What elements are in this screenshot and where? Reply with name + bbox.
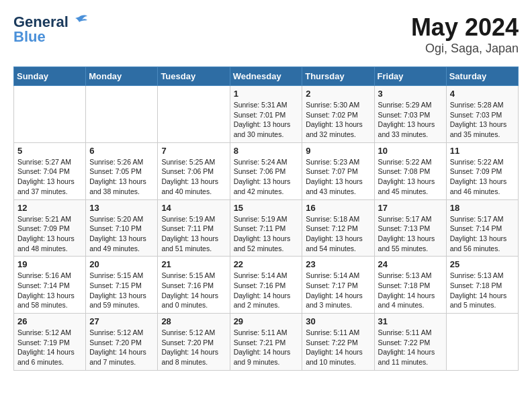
calendar-cell [14, 86, 86, 143]
calendar-cell: 6Sunrise: 5:26 AM Sunset: 7:05 PM Daylig… [86, 142, 158, 199]
calendar-cell: 5Sunrise: 5:27 AM Sunset: 7:04 PM Daylig… [14, 142, 86, 199]
day-number: 11 [450, 146, 515, 156]
calendar-cell: 28Sunrise: 5:12 AM Sunset: 7:20 PM Dayli… [158, 314, 230, 371]
calendar-cell: 31Sunrise: 5:11 AM Sunset: 7:22 PM Dayli… [374, 314, 446, 371]
day-info: Sunrise: 5:17 AM Sunset: 7:13 PM Dayligh… [378, 214, 443, 254]
day-info: Sunrise: 5:24 AM Sunset: 7:06 PM Dayligh… [234, 157, 299, 197]
day-number: 22 [234, 259, 299, 269]
calendar-table: SundayMondayTuesdayWednesdayThursdayFrid… [13, 66, 519, 371]
logo-blue: Blue [13, 28, 46, 46]
calendar-cell: 12Sunrise: 5:21 AM Sunset: 7:09 PM Dayli… [14, 199, 86, 257]
calendar-cell: 11Sunrise: 5:22 AM Sunset: 7:09 PM Dayli… [446, 142, 518, 199]
day-info: Sunrise: 5:30 AM Sunset: 7:02 PM Dayligh… [306, 100, 370, 140]
day-info: Sunrise: 5:13 AM Sunset: 7:18 PM Dayligh… [450, 271, 515, 310]
calendar-cell: 24Sunrise: 5:13 AM Sunset: 7:18 PM Dayli… [374, 257, 446, 314]
day-info: Sunrise: 5:15 AM Sunset: 7:15 PM Dayligh… [89, 271, 154, 310]
calendar-cell: 7Sunrise: 5:25 AM Sunset: 7:06 PM Daylig… [158, 142, 230, 199]
calendar-cell: 17Sunrise: 5:17 AM Sunset: 7:13 PM Dayli… [374, 199, 446, 257]
calendar-cell: 19Sunrise: 5:16 AM Sunset: 7:14 PM Dayli… [14, 257, 86, 314]
calendar-cell: 8Sunrise: 5:24 AM Sunset: 7:06 PM Daylig… [230, 142, 302, 199]
day-number: 4 [450, 89, 515, 99]
weekday-header-row: SundayMondayTuesdayWednesdayThursdayFrid… [14, 67, 519, 86]
day-number: 13 [89, 203, 154, 213]
day-number: 26 [17, 316, 82, 326]
calendar-cell [446, 314, 518, 371]
calendar-cell: 29Sunrise: 5:11 AM Sunset: 7:21 PM Dayli… [230, 314, 302, 371]
day-number: 5 [17, 146, 82, 156]
calendar-cell: 18Sunrise: 5:17 AM Sunset: 7:14 PM Dayli… [446, 199, 518, 257]
day-info: Sunrise: 5:20 AM Sunset: 7:10 PM Dayligh… [89, 214, 154, 254]
calendar-cell: 14Sunrise: 5:19 AM Sunset: 7:11 PM Dayli… [158, 199, 230, 257]
day-number: 17 [378, 203, 443, 213]
day-info: Sunrise: 5:29 AM Sunset: 7:03 PM Dayligh… [378, 100, 443, 140]
day-info: Sunrise: 5:22 AM Sunset: 7:09 PM Dayligh… [450, 157, 515, 197]
day-number: 3 [378, 89, 443, 99]
weekday-header-thursday: Thursday [302, 67, 374, 86]
day-info: Sunrise: 5:22 AM Sunset: 7:08 PM Dayligh… [378, 157, 443, 197]
day-number: 12 [17, 203, 82, 213]
calendar-cell: 16Sunrise: 5:18 AM Sunset: 7:12 PM Dayli… [302, 199, 374, 257]
day-number: 10 [378, 146, 443, 156]
day-info: Sunrise: 5:13 AM Sunset: 7:18 PM Dayligh… [378, 271, 443, 310]
calendar-cell: 13Sunrise: 5:20 AM Sunset: 7:10 PM Dayli… [86, 199, 158, 257]
day-info: Sunrise: 5:11 AM Sunset: 7:21 PM Dayligh… [234, 328, 299, 367]
calendar-cell: 25Sunrise: 5:13 AM Sunset: 7:18 PM Dayli… [446, 257, 518, 314]
day-info: Sunrise: 5:26 AM Sunset: 7:05 PM Dayligh… [89, 157, 154, 197]
logo: General Blue [13, 13, 89, 46]
day-info: Sunrise: 5:21 AM Sunset: 7:09 PM Dayligh… [17, 214, 82, 254]
logo-bird-icon [70, 14, 89, 30]
title-block: May 2024 Ogi, Saga, Japan [411, 13, 519, 56]
calendar-cell [86, 86, 158, 143]
day-number: 31 [378, 316, 443, 326]
week-row-5: 26Sunrise: 5:12 AM Sunset: 7:19 PM Dayli… [14, 314, 519, 371]
day-info: Sunrise: 5:25 AM Sunset: 7:06 PM Dayligh… [161, 157, 226, 197]
day-number: 14 [161, 203, 226, 213]
day-number: 29 [234, 316, 299, 326]
day-number: 27 [89, 316, 154, 326]
calendar-cell: 3Sunrise: 5:29 AM Sunset: 7:03 PM Daylig… [374, 86, 446, 143]
day-info: Sunrise: 5:23 AM Sunset: 7:07 PM Dayligh… [306, 157, 370, 197]
calendar-cell: 26Sunrise: 5:12 AM Sunset: 7:19 PM Dayli… [14, 314, 86, 371]
day-number: 2 [306, 89, 370, 99]
day-info: Sunrise: 5:27 AM Sunset: 7:04 PM Dayligh… [17, 157, 82, 197]
day-info: Sunrise: 5:19 AM Sunset: 7:11 PM Dayligh… [161, 214, 226, 254]
calendar-cell: 20Sunrise: 5:15 AM Sunset: 7:15 PM Dayli… [86, 257, 158, 314]
day-info: Sunrise: 5:11 AM Sunset: 7:22 PM Dayligh… [306, 328, 370, 367]
day-info: Sunrise: 5:11 AM Sunset: 7:22 PM Dayligh… [378, 328, 443, 367]
calendar-cell: 1Sunrise: 5:31 AM Sunset: 7:01 PM Daylig… [230, 86, 302, 143]
day-info: Sunrise: 5:28 AM Sunset: 7:03 PM Dayligh… [450, 100, 515, 140]
day-info: Sunrise: 5:19 AM Sunset: 7:11 PM Dayligh… [234, 214, 299, 254]
day-number: 19 [17, 259, 82, 269]
calendar-cell: 21Sunrise: 5:15 AM Sunset: 7:16 PM Dayli… [158, 257, 230, 314]
calendar-cell: 27Sunrise: 5:12 AM Sunset: 7:20 PM Dayli… [86, 314, 158, 371]
day-info: Sunrise: 5:14 AM Sunset: 7:16 PM Dayligh… [234, 271, 299, 310]
day-number: 21 [161, 259, 226, 269]
day-number: 8 [234, 146, 299, 156]
week-row-4: 19Sunrise: 5:16 AM Sunset: 7:14 PM Dayli… [14, 257, 519, 314]
calendar-subtitle: Ogi, Saga, Japan [411, 42, 519, 56]
calendar-cell: 2Sunrise: 5:30 AM Sunset: 7:02 PM Daylig… [302, 86, 374, 143]
day-info: Sunrise: 5:31 AM Sunset: 7:01 PM Dayligh… [234, 100, 299, 140]
page-header: General Blue May 2024 Ogi, Saga, Japan [13, 13, 519, 56]
day-number: 20 [89, 259, 154, 269]
day-number: 1 [234, 89, 299, 99]
calendar-cell: 23Sunrise: 5:14 AM Sunset: 7:17 PM Dayli… [302, 257, 374, 314]
day-info: Sunrise: 5:12 AM Sunset: 7:19 PM Dayligh… [17, 328, 82, 367]
day-number: 18 [450, 203, 515, 213]
calendar-cell: 22Sunrise: 5:14 AM Sunset: 7:16 PM Dayli… [230, 257, 302, 314]
weekday-header-friday: Friday [374, 67, 446, 86]
day-number: 16 [306, 203, 370, 213]
day-number: 24 [378, 259, 443, 269]
day-number: 9 [306, 146, 370, 156]
weekday-header-monday: Monday [86, 67, 158, 86]
day-info: Sunrise: 5:16 AM Sunset: 7:14 PM Dayligh… [17, 271, 82, 310]
calendar-title: May 2024 [411, 13, 519, 42]
day-number: 23 [306, 259, 370, 269]
day-number: 7 [161, 146, 226, 156]
day-number: 28 [161, 316, 226, 326]
day-info: Sunrise: 5:17 AM Sunset: 7:14 PM Dayligh… [450, 214, 515, 254]
calendar-cell: 4Sunrise: 5:28 AM Sunset: 7:03 PM Daylig… [446, 86, 518, 143]
day-info: Sunrise: 5:12 AM Sunset: 7:20 PM Dayligh… [161, 328, 226, 367]
calendar-cell: 9Sunrise: 5:23 AM Sunset: 7:07 PM Daylig… [302, 142, 374, 199]
day-number: 15 [234, 203, 299, 213]
